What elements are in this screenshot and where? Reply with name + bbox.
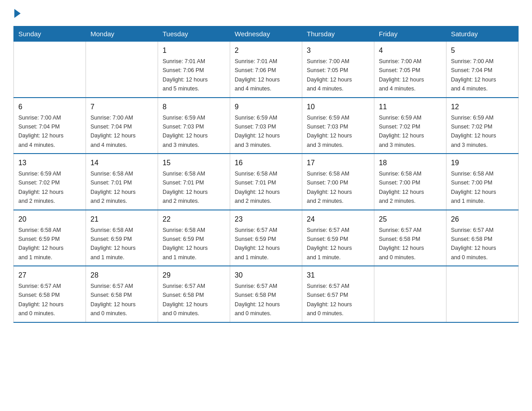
day-number: 28 [90, 270, 153, 281]
day-number: 22 [163, 214, 225, 225]
calendar-week-row: 6 Sunrise: 7:00 AMSunset: 7:04 PMDayligh… [14, 98, 519, 154]
day-number: 19 [451, 158, 514, 168]
calendar-cell: 12 Sunrise: 6:59 AMSunset: 7:02 PMDaylig… [446, 98, 519, 154]
calendar-cell: 4 Sunrise: 7:00 AMSunset: 7:05 PMDayligh… [374, 42, 446, 98]
day-number: 25 [379, 214, 442, 225]
calendar-cell: 8 Sunrise: 6:59 AMSunset: 7:03 PMDayligh… [158, 98, 230, 154]
day-number: 7 [90, 102, 153, 112]
calendar-week-row: 27 Sunrise: 6:57 AMSunset: 6:58 PMDaylig… [14, 266, 519, 322]
day-number: 10 [307, 102, 369, 112]
day-number: 12 [451, 102, 514, 112]
calendar-cell: 15 Sunrise: 6:58 AMSunset: 7:01 PMDaylig… [158, 154, 230, 210]
calendar-cell: 7 Sunrise: 7:00 AMSunset: 7:04 PMDayligh… [86, 98, 158, 154]
day-number: 3 [307, 45, 369, 56]
weekday-header-tuesday: Tuesday [158, 26, 230, 42]
day-info: Sunrise: 6:57 AMSunset: 6:59 PMDaylight:… [235, 227, 280, 261]
day-info: Sunrise: 6:59 AMSunset: 7:02 PMDaylight:… [379, 115, 424, 148]
weekday-header-wednesday: Wednesday [230, 26, 302, 42]
calendar-cell [14, 42, 86, 98]
calendar-cell: 27 Sunrise: 6:57 AMSunset: 6:58 PMDaylig… [14, 266, 86, 322]
day-number: 30 [235, 270, 297, 281]
day-info: Sunrise: 6:57 AMSunset: 6:58 PMDaylight:… [163, 283, 208, 317]
calendar-cell: 13 Sunrise: 6:59 AMSunset: 7:02 PMDaylig… [14, 154, 86, 210]
day-number: 2 [235, 45, 297, 56]
day-info: Sunrise: 6:58 AMSunset: 7:00 PMDaylight:… [379, 171, 424, 204]
calendar-cell: 23 Sunrise: 6:57 AMSunset: 6:59 PMDaylig… [230, 210, 302, 266]
day-number: 9 [235, 102, 297, 112]
calendar-cell: 11 Sunrise: 6:59 AMSunset: 7:02 PMDaylig… [374, 98, 446, 154]
calendar-cell [86, 42, 158, 98]
day-number: 29 [163, 270, 225, 281]
day-number: 20 [18, 214, 81, 225]
day-number: 27 [18, 270, 81, 281]
calendar-cell: 31 Sunrise: 6:57 AMSunset: 6:57 PMDaylig… [302, 266, 374, 322]
day-info: Sunrise: 6:58 AMSunset: 7:01 PMDaylight:… [90, 171, 136, 204]
day-info: Sunrise: 6:57 AMSunset: 6:58 PMDaylight:… [379, 227, 424, 261]
calendar-cell: 28 Sunrise: 6:57 AMSunset: 6:58 PMDaylig… [86, 266, 158, 322]
day-number: 15 [163, 158, 225, 168]
day-info: Sunrise: 6:58 AMSunset: 7:01 PMDaylight:… [163, 171, 208, 204]
calendar-cell: 26 Sunrise: 6:57 AMSunset: 6:58 PMDaylig… [446, 210, 519, 266]
weekday-header-monday: Monday [86, 26, 158, 42]
calendar-cell: 2 Sunrise: 7:01 AMSunset: 7:06 PMDayligh… [230, 42, 302, 98]
calendar-cell: 10 Sunrise: 6:59 AMSunset: 7:03 PMDaylig… [302, 98, 374, 154]
calendar-cell: 9 Sunrise: 6:59 AMSunset: 7:03 PMDayligh… [230, 98, 302, 154]
day-number: 18 [379, 158, 442, 168]
calendar-cell: 19 Sunrise: 6:58 AMSunset: 7:00 PMDaylig… [446, 154, 519, 210]
day-info: Sunrise: 6:57 AMSunset: 6:58 PMDaylight:… [90, 283, 136, 317]
calendar-cell: 5 Sunrise: 7:00 AMSunset: 7:04 PMDayligh… [446, 42, 519, 98]
day-info: Sunrise: 6:59 AMSunset: 7:03 PMDaylight:… [235, 115, 280, 148]
calendar-cell [374, 266, 446, 322]
logo [13, 9, 21, 21]
day-info: Sunrise: 6:59 AMSunset: 7:02 PMDaylight:… [451, 115, 496, 148]
calendar-cell: 20 Sunrise: 6:58 AMSunset: 6:59 PMDaylig… [14, 210, 86, 266]
day-info: Sunrise: 7:00 AMSunset: 7:04 PMDaylight:… [451, 58, 496, 92]
day-info: Sunrise: 7:01 AMSunset: 7:06 PMDaylight:… [235, 58, 280, 92]
calendar-cell: 25 Sunrise: 6:57 AMSunset: 6:58 PMDaylig… [374, 210, 446, 266]
day-info: Sunrise: 6:57 AMSunset: 6:58 PMDaylight:… [18, 283, 64, 317]
day-info: Sunrise: 7:00 AMSunset: 7:04 PMDaylight:… [90, 115, 136, 148]
calendar-cell: 24 Sunrise: 6:57 AMSunset: 6:59 PMDaylig… [302, 210, 374, 266]
day-number: 26 [451, 214, 514, 225]
day-info: Sunrise: 6:57 AMSunset: 6:57 PMDaylight:… [307, 283, 352, 317]
calendar-cell: 17 Sunrise: 6:58 AMSunset: 7:00 PMDaylig… [302, 154, 374, 210]
day-number: 6 [18, 102, 81, 112]
day-number: 13 [18, 158, 81, 168]
calendar-cell: 18 Sunrise: 6:58 AMSunset: 7:00 PMDaylig… [374, 154, 446, 210]
day-number: 31 [307, 270, 369, 281]
day-info: Sunrise: 7:00 AMSunset: 7:04 PMDaylight:… [18, 115, 64, 148]
day-number: 16 [235, 158, 297, 168]
calendar-cell: 14 Sunrise: 6:58 AMSunset: 7:01 PMDaylig… [86, 154, 158, 210]
day-number: 5 [451, 45, 514, 56]
day-info: Sunrise: 7:01 AMSunset: 7:06 PMDaylight:… [163, 58, 208, 92]
day-info: Sunrise: 6:58 AMSunset: 7:00 PMDaylight:… [307, 171, 352, 204]
calendar-cell [446, 266, 519, 322]
calendar-cell: 21 Sunrise: 6:58 AMSunset: 6:59 PMDaylig… [86, 210, 158, 266]
calendar-cell: 30 Sunrise: 6:57 AMSunset: 6:58 PMDaylig… [230, 266, 302, 322]
calendar-week-row: 20 Sunrise: 6:58 AMSunset: 6:59 PMDaylig… [14, 210, 519, 266]
calendar-header-row: SundayMondayTuesdayWednesdayThursdayFrid… [14, 26, 519, 42]
weekday-header-sunday: Sunday [14, 26, 86, 42]
calendar-cell: 16 Sunrise: 6:58 AMSunset: 7:01 PMDaylig… [230, 154, 302, 210]
day-number: 23 [235, 214, 297, 225]
day-info: Sunrise: 6:59 AMSunset: 7:02 PMDaylight:… [18, 171, 64, 204]
day-number: 24 [307, 214, 369, 225]
day-info: Sunrise: 6:57 AMSunset: 6:58 PMDaylight:… [235, 283, 280, 317]
calendar-week-row: 13 Sunrise: 6:59 AMSunset: 7:02 PMDaylig… [14, 154, 519, 210]
day-number: 21 [90, 214, 153, 225]
day-info: Sunrise: 7:00 AMSunset: 7:05 PMDaylight:… [307, 58, 352, 92]
day-info: Sunrise: 6:58 AMSunset: 7:00 PMDaylight:… [451, 171, 496, 204]
day-info: Sunrise: 6:58 AMSunset: 7:01 PMDaylight:… [235, 171, 280, 204]
calendar-cell: 1 Sunrise: 7:01 AMSunset: 7:06 PMDayligh… [158, 42, 230, 98]
day-number: 1 [163, 45, 225, 56]
day-number: 14 [90, 158, 153, 168]
calendar-cell: 29 Sunrise: 6:57 AMSunset: 6:58 PMDaylig… [158, 266, 230, 322]
day-number: 8 [163, 102, 225, 112]
day-number: 11 [379, 102, 442, 112]
calendar-cell: 22 Sunrise: 6:58 AMSunset: 6:59 PMDaylig… [158, 210, 230, 266]
weekday-header-saturday: Saturday [446, 26, 519, 42]
weekday-header-thursday: Thursday [302, 26, 374, 42]
day-info: Sunrise: 6:59 AMSunset: 7:03 PMDaylight:… [307, 115, 352, 148]
page-header [13, 9, 519, 21]
calendar-cell: 6 Sunrise: 7:00 AMSunset: 7:04 PMDayligh… [14, 98, 86, 154]
